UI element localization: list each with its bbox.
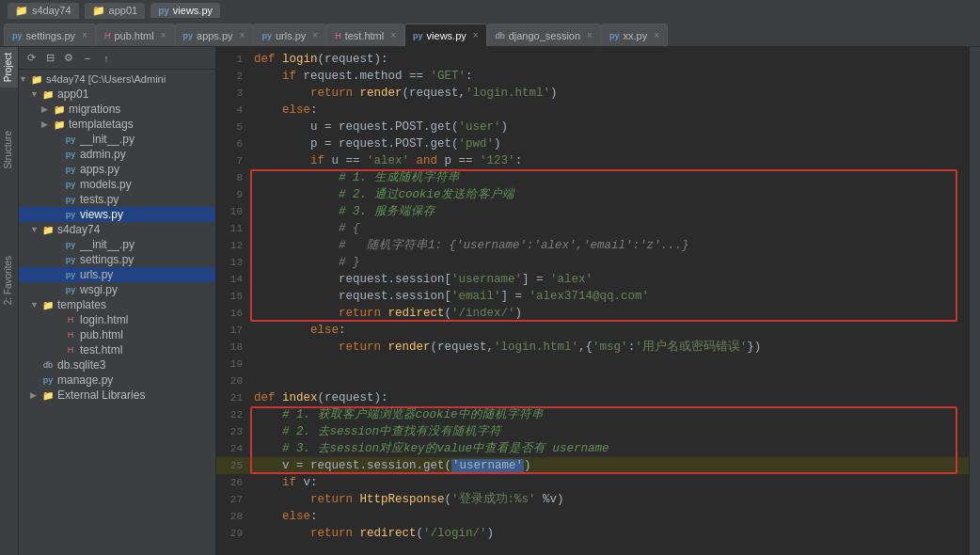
line-code-13: # }	[250, 254, 969, 271]
code-line-13: 13 # }	[216, 254, 969, 271]
tab-django-session[interactable]: db django_session ×	[487, 24, 601, 46]
line-num-20: 20	[216, 373, 250, 389]
line-num-10: 10	[216, 203, 250, 220]
tree-item-pub-html[interactable]: H pub.html	[19, 327, 215, 342]
tab-apps-close[interactable]: ×	[240, 30, 245, 40]
panel-tab-project[interactable]: Project	[0, 47, 18, 87]
tab-views-close[interactable]: ×	[473, 30, 479, 40]
tree-label-admin: admin.py	[80, 148, 215, 161]
line-num-25: 25	[216, 457, 250, 474]
tree-label-urls: urls.py	[80, 268, 215, 281]
tree-item-init-py[interactable]: py __init__.py	[19, 132, 215, 147]
code-line-3: 3 return render(request,'login.html')	[216, 85, 969, 102]
line-num-8: 8	[216, 169, 250, 186]
line-num-11: 11	[216, 220, 250, 237]
arrow: ▼	[19, 74, 30, 84]
tree-item-templates[interactable]: ▼ 📁 templates	[19, 297, 215, 312]
folder-icon-2: 📁	[92, 5, 105, 17]
tab-test-html-close[interactable]: ×	[390, 30, 396, 40]
tab-xx-close[interactable]: ×	[654, 30, 659, 40]
panel-tab-favorites[interactable]: 2: Favorites	[0, 250, 18, 310]
tree-gear-btn[interactable]: ⚙	[60, 50, 77, 67]
tree-item-apps-py[interactable]: py apps.py	[19, 162, 215, 177]
line-num-3: 3	[216, 85, 250, 102]
title-tab-views[interactable]: py views.py	[150, 3, 220, 18]
tree-label-login: login.html	[80, 313, 215, 326]
tree-item-views-py[interactable]: py views.py	[19, 207, 215, 222]
tab-pub-html[interactable]: H pub.html ×	[96, 24, 175, 46]
code-line-11: 11 # {	[216, 220, 969, 237]
tree-item-db[interactable]: db db.sqlite3	[19, 357, 215, 373]
tab-xx-label: xx.py	[623, 30, 647, 41]
side-panel-tabs: Project Structure 2: Favorites	[0, 47, 19, 555]
tree-item-admin-py[interactable]: py admin.py	[19, 147, 215, 162]
tab-urls[interactable]: py urls.py ×	[253, 24, 326, 46]
line-num-13: 13	[216, 254, 250, 271]
tree-minus-btn[interactable]: −	[79, 50, 96, 67]
html-icon-pub: H	[64, 328, 77, 341]
tree-item-settings-py[interactable]: py settings.py	[19, 252, 215, 267]
code-line-24: 24 # 3. 去session对应key的value中查看是否有 userna…	[216, 440, 969, 457]
line-num-27: 27	[216, 491, 250, 508]
arrow: ▶	[41, 119, 53, 129]
tree-item-templatetags[interactable]: ▶ 📁 templatetags	[19, 117, 215, 132]
code-line-7: 7 if u == 'alex' and p == '123':	[216, 152, 969, 169]
tree-item-app01[interactable]: ▼ 📁 app01	[19, 87, 215, 102]
title-bar: 📁 s4day74 📁 app01 py views.py	[0, 0, 980, 21]
py-icon-manage: py	[41, 373, 55, 387]
line-num-22: 22	[216, 406, 250, 423]
code-line-2: 2 if request.method == 'GET':	[216, 68, 969, 85]
line-num-29: 29	[216, 525, 250, 542]
tree-label-s4day74: s4day74	[57, 223, 215, 236]
code-content[interactable]: 1 def login(request): 2 if request.metho…	[216, 47, 969, 555]
tree-label-migrations: migrations	[69, 103, 215, 116]
apps-py-icon: py	[183, 31, 194, 40]
line-code-21: def index(request):	[250, 389, 969, 406]
tab-pub-html-close[interactable]: ×	[161, 30, 166, 40]
tree-refresh-btn[interactable]: ⟳	[23, 50, 40, 67]
editor-scrollbar[interactable]	[969, 47, 980, 555]
tree-label-manage: manage.py	[57, 373, 215, 387]
code-line-8: 8 # 1. 生成随机字符串	[216, 169, 969, 186]
tree-item-models-py[interactable]: py models.py	[19, 177, 215, 192]
tree-item-tests-py[interactable]: py tests.py	[19, 192, 215, 207]
py-icon-wsgi: py	[64, 283, 77, 296]
tab-apps[interactable]: py apps.py ×	[175, 24, 254, 46]
tree-item-login-html[interactable]: H login.html	[19, 312, 215, 327]
tab-settings[interactable]: py settings.py ×	[4, 24, 96, 46]
tree-item-s4d-init[interactable]: py __init__.py	[19, 237, 215, 252]
py-icon-urls: py	[64, 268, 77, 281]
tab-apps-label: apps.py	[197, 30, 233, 41]
tab-django-session-close[interactable]: ×	[587, 30, 593, 40]
tree-item-manage-py[interactable]: py manage.py	[19, 373, 215, 388]
tree-up-btn[interactable]: ↑	[98, 50, 115, 67]
line-code-1: def login(request):	[250, 51, 969, 68]
tab-xx[interactable]: py xx.py ×	[601, 24, 668, 46]
tab-urls-close[interactable]: ×	[312, 30, 318, 40]
line-code-29: return redirect('/login/')	[250, 525, 969, 542]
tab-test-html[interactable]: H test.html ×	[326, 24, 404, 46]
tree-item-test-html-tree[interactable]: H test.html	[19, 342, 215, 357]
title-tab-s4day74[interactable]: 📁 s4day74	[8, 3, 79, 19]
panel-tab-structure[interactable]: Structure	[0, 125, 18, 175]
tree-item-s4day74[interactable]: ▼ 📁 s4day74	[19, 222, 215, 237]
folder-icon-s4day74: 📁	[41, 223, 55, 236]
pub-html-icon: H	[104, 31, 111, 40]
tree-collapse-btn[interactable]: ⊟	[41, 50, 58, 67]
tree-label-app01: app01	[57, 87, 215, 101]
arrow: ▼	[30, 89, 41, 99]
tree-item-migrations[interactable]: ▶ 📁 migrations	[19, 102, 215, 117]
tab-views[interactable]: py views.py ×	[404, 24, 487, 46]
db-icon-sqlite: db	[41, 358, 55, 372]
line-code-6: p = request.POST.get('pwd')	[250, 135, 969, 152]
line-num-9: 9	[216, 186, 250, 203]
py-icon-s4d-init: py	[64, 238, 77, 251]
tree-item-urls-py[interactable]: py urls.py	[19, 267, 215, 282]
title-tab-app01[interactable]: 📁 app01	[85, 3, 146, 19]
tree-item-wsgi-py[interactable]: py wsgi.py	[19, 282, 215, 297]
tree-label-templates: templates	[57, 298, 215, 311]
test-html-icon: H	[335, 31, 341, 40]
tab-settings-close[interactable]: ×	[82, 30, 87, 40]
tree-item-root[interactable]: ▼ 📁 s4day74 [C:\Users\Admini	[19, 71, 215, 87]
tree-item-external[interactable]: ▶ 📁 External Libraries	[19, 388, 215, 403]
